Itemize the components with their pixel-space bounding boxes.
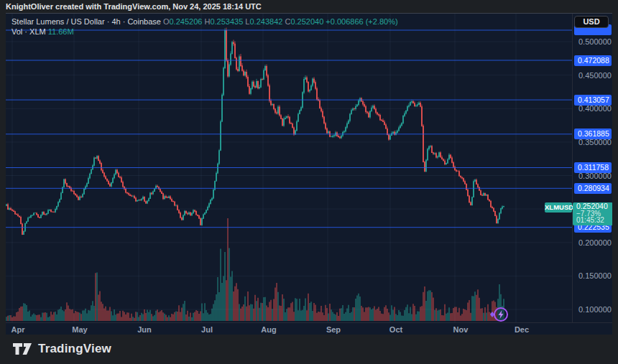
bar-countdown: 01:45:32 xyxy=(576,217,612,224)
close-value: 0.252040 xyxy=(290,17,323,26)
price-tick-label: 0.200000 xyxy=(578,238,612,247)
high-value: 0.253435 xyxy=(210,17,243,26)
current-price-badge: 0.252040−7.73%01:45:32 xyxy=(573,202,612,225)
price-tick-label: 0.450000 xyxy=(578,71,612,80)
legend-ohlc-row: Stellar Lumens / US Dollar · 4h · Coinba… xyxy=(11,17,398,27)
chart-legend: Stellar Lumens / US Dollar · 4h · Coinba… xyxy=(11,17,398,37)
tradingview-logo-icon xyxy=(13,343,32,355)
level-price-badge: 0.413057 xyxy=(574,95,612,106)
month-tick-label: Aug xyxy=(261,325,276,334)
chart-plot[interactable]: XLMUSD Stellar Lumens / US Dollar · 4h ·… xyxy=(6,14,572,322)
attribution-text: KnightOliver created with TradingView.co… xyxy=(6,2,262,11)
month-tick-label: Oct xyxy=(389,325,402,334)
volume-value: 11.66M xyxy=(48,27,74,36)
month-tick-label: Jun xyxy=(137,325,152,334)
month-tick-label: Jul xyxy=(201,325,213,334)
open-value: 0.245206 xyxy=(170,17,203,26)
legend-volume-row: Vol · XLM 11.66M xyxy=(11,27,398,37)
candlestick-chart-svg[interactable] xyxy=(6,14,572,322)
level-price-badge: 0.361885 xyxy=(574,129,612,139)
price-tick-label: 0.500000 xyxy=(578,37,612,46)
month-tick-label: Dec xyxy=(515,325,529,334)
price-tick-label: 0.150000 xyxy=(578,271,612,280)
month-tick-label: Apr xyxy=(11,325,25,334)
level-price-badge: 0.311758 xyxy=(574,162,612,173)
month-tick-label: Nov xyxy=(453,325,469,334)
change-value: +0.006866 (+2.80%) xyxy=(326,17,397,26)
volume-label: Vol · XLM xyxy=(11,27,46,36)
time-axis[interactable]: AprMayJunJulAugSepOctNovDec xyxy=(6,322,612,335)
lightning-marker-icon[interactable] xyxy=(487,304,512,325)
level-price-badge: 0.280934 xyxy=(574,183,612,194)
footer-bar: TradingView xyxy=(0,335,618,364)
tradingview-brand-text: TradingView xyxy=(38,342,111,356)
currency-button[interactable]: USD xyxy=(574,16,609,28)
month-tick-label: Sep xyxy=(326,325,341,334)
symbol-title: Stellar Lumens / US Dollar · 4h · Coinba… xyxy=(11,17,161,26)
symbol-price-tag: XLMUSD xyxy=(545,202,572,213)
chart-frame: XLMUSD Stellar Lumens / US Dollar · 4h ·… xyxy=(6,13,612,335)
month-tick-label: May xyxy=(72,325,87,334)
price-axis[interactable]: 0.1000000.1500000.2000000.2500000.300000… xyxy=(572,14,612,322)
level-price-badge: 0.472088 xyxy=(574,55,612,66)
tradingview-logo[interactable]: TradingView xyxy=(13,342,111,356)
attribution-bar: KnightOliver created with TradingView.co… xyxy=(0,0,618,13)
price-tick-label: 0.100000 xyxy=(578,305,612,314)
low-value: 0.243842 xyxy=(249,17,282,26)
